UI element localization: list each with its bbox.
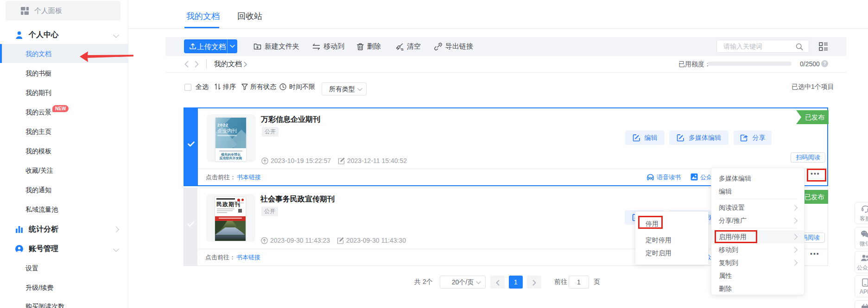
svg-text:?: ? — [823, 61, 826, 66]
